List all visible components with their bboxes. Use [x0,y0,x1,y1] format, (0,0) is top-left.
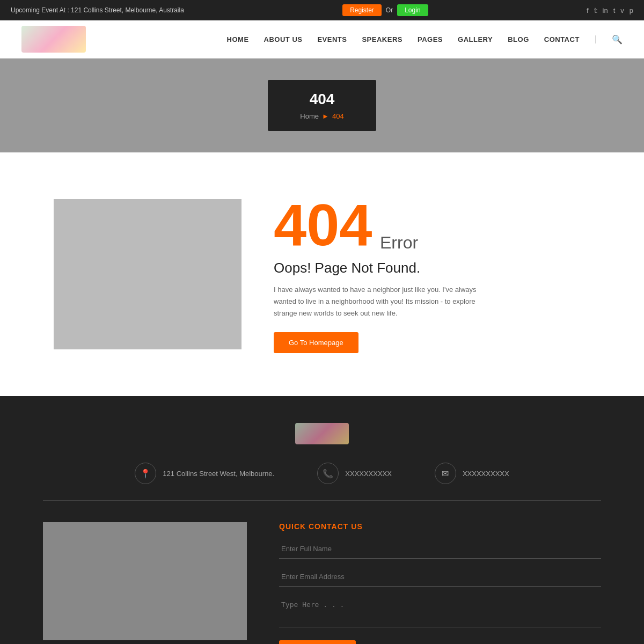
event-text: Upcoming Event At : 121 Collins Street, … [11,6,184,14]
footer-main: QUICK CONTACT US Send Message [43,522,601,644]
breadcrumb-arrow: ► [322,112,329,120]
nav-home[interactable]: HOME [227,35,249,43]
error-word: Error [380,233,418,252]
login-button[interactable]: Login [397,4,428,16]
nav-blog[interactable]: BLOG [508,35,529,43]
address-text: 121 Collins Street West, Melbourne. [163,470,274,478]
or-text: Or [386,6,393,14]
search-icon[interactable]: 🔍 [612,34,623,45]
error-text: 404 Error Oops! Page Not Found. I have a… [274,195,590,353]
logo[interactable] [21,26,86,53]
hero-box: 404 Home ► 404 [268,80,376,131]
nav-about[interactable]: ABOUT US [264,35,303,43]
footer-logo[interactable] [295,423,349,444]
go-homepage-button[interactable]: Go To Homepage [274,332,358,353]
phone-icon: 📞 [317,463,339,484]
message-input[interactable] [279,595,601,627]
breadcrumb-current: 404 [332,112,344,120]
social-icons: f 𝕥 in t v p [587,6,633,14]
footer-address: 📍 121 Collins Street West, Melbourne. [135,463,274,484]
main-nav: HOME ABOUT US EVENTS SPEAKERS PAGES GALL… [227,34,623,45]
name-input[interactable] [279,539,601,559]
error-number-row: 404 Error [274,195,590,254]
twitter-icon[interactable]: 𝕥 [594,6,597,14]
error-image [54,199,241,349]
nav-contact[interactable]: CONTACT [544,35,580,43]
email-input[interactable] [279,567,601,587]
nav-speakers[interactable]: SPEAKERS [362,35,402,43]
facebook-icon[interactable]: f [587,6,589,14]
auth-buttons: Register Or Login [342,4,428,16]
hero-title: 404 [300,91,343,108]
footer-email: ✉ XXXXXXXXXX [435,463,509,484]
tumblr-icon[interactable]: t [613,6,616,14]
footer-form: QUICK CONTACT US Send Message [279,522,601,644]
main-content: 404 Error Oops! Page Not Found. I have a… [0,152,644,396]
error-title: Oops! Page Not Found. [274,260,590,276]
hero-banner: 404 Home ► 404 [0,58,644,152]
vimeo-icon[interactable]: v [620,6,624,14]
breadcrumb: Home ► 404 [300,112,343,120]
nav-events[interactable]: EVENTS [317,35,347,43]
footer-contacts: 📍 121 Collins Street West, Melbourne. 📞 … [43,463,601,501]
top-bar: Upcoming Event At : 121 Collins Street, … [0,0,644,20]
nav-pages[interactable]: PAGES [418,35,443,43]
error-number: 404 [274,195,372,254]
breadcrumb-home[interactable]: Home [300,112,319,120]
email-text: XXXXXXXXXX [463,470,509,478]
location-icon: 📍 [135,463,156,484]
linkedin-icon[interactable]: in [603,6,608,14]
quick-contact-title: QUICK CONTACT US [279,522,601,531]
pinterest-icon[interactable]: p [630,6,633,14]
footer-map [43,522,247,640]
footer: 📍 121 Collins Street West, Melbourne. 📞 … [0,396,644,644]
nav-divider: | [595,34,597,44]
header: HOME ABOUT US EVENTS SPEAKERS PAGES GALL… [0,20,644,58]
email-icon: ✉ [435,463,456,484]
nav-gallery[interactable]: GALLERY [458,35,493,43]
phone-text: XXXXXXXXXX [345,470,392,478]
footer-phone: 📞 XXXXXXXXXX [317,463,392,484]
register-button[interactable]: Register [342,4,382,16]
footer-logo-area [43,423,601,447]
send-message-button[interactable]: Send Message [279,640,356,644]
error-description: I have always wanted to have a neighbor … [274,284,499,319]
